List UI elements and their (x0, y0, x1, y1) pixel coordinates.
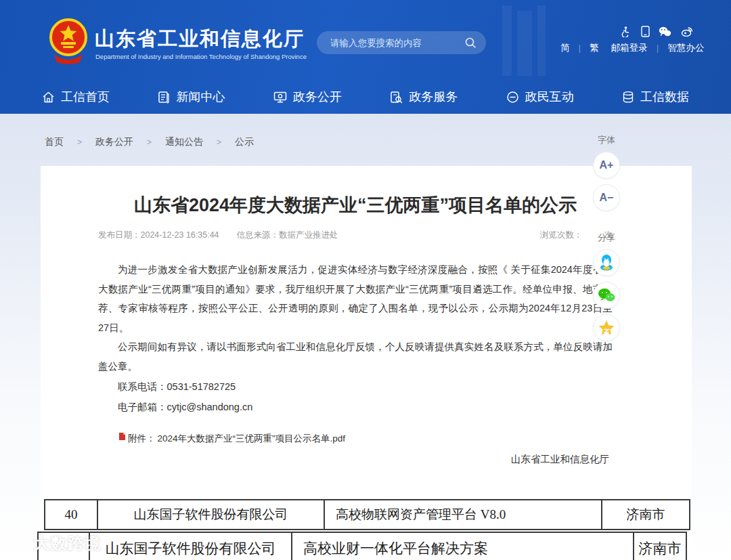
nav-label: 政务服务 (409, 89, 458, 105)
header-icon-row (620, 26, 693, 37)
nav-item-data[interactable]: 工信数据 (622, 89, 689, 105)
font-decrease-label: A− (600, 192, 614, 204)
search-input[interactable] (330, 38, 464, 48)
cell-company: 山东国子软件股份有限公司 (98, 499, 325, 530)
qq-icon (598, 254, 615, 272)
breadcrumb-separator: > (217, 137, 221, 147)
breadcrumb-separator: > (77, 137, 82, 147)
paragraph: 公示期间如有异议，请以书面形式向省工业和信息化厅反馈，个人反映请提供真实姓名及联… (98, 337, 613, 376)
font-size-label: 字体 (589, 134, 624, 146)
cell-project: 高校业财一体化平台解决方案 (292, 532, 634, 560)
attachment-name: 2024年大数据产业“三优两重”项目公示名单.pdf (158, 433, 346, 445)
main-nav: 工信首页 新闻中心 政务公开 (0, 80, 731, 114)
breadcrumb: 首页 > 政务公开 > 通知公告 > 公示 (45, 136, 254, 148)
breadcrumb-announcement[interactable]: 公示 (235, 136, 254, 148)
cell-project: 高校物联网资产管理平台 V8.0 (325, 499, 602, 530)
wechat-icon[interactable] (659, 26, 671, 37)
nav-item-home[interactable]: 工信首页 (42, 89, 110, 105)
accessibility-icon[interactable] (620, 26, 632, 37)
interaction-icon (506, 91, 519, 104)
share-qq-button[interactable] (593, 249, 620, 276)
attachment-link[interactable]: 附件：2024年大数据产业“三优两重”项目公示名单.pdf (98, 433, 613, 445)
service-icon (390, 91, 403, 104)
nav-item-gov-services[interactable]: 政务服务 (390, 89, 458, 105)
table-row: 山东国子软件股份有限公司 高校业财一体化平台解决方案 济南市 (37, 532, 687, 560)
paragraph: 为进一步激发全省大数据产业创新发展活力，促进实体经济与数字经济深度融合，按照《 … (98, 260, 613, 337)
contact-phone: 联系电话：0531-51782725 (98, 377, 613, 396)
share-wechat-button[interactable] (593, 282, 620, 309)
table-row: 40 山东国子软件股份有限公司 高校物联网资产管理平台 V8.0 济南市 (44, 499, 690, 530)
cell-city: 济南市 (634, 532, 687, 560)
national-emblem-logo (47, 18, 89, 65)
mobile-icon[interactable] (641, 26, 650, 37)
header-decor (537, 5, 546, 76)
article-meta: 发布日期：2024-12-23 16:35:44 信息来源：数据产业推进处 浏览… (98, 230, 613, 241)
info-source: 信息来源：数据产业推进处 (237, 230, 338, 241)
mailbox-login-link[interactable]: 邮箱登录 (611, 42, 648, 54)
cell-index: 40 (44, 499, 98, 530)
nav-label: 工信数据 (640, 89, 689, 105)
site-title: 山东省工业和信息化厅 (95, 26, 305, 53)
font-decrease-button[interactable]: A− (593, 184, 620, 211)
page-title: 山东省2024年度大数据产业“三优两重”项目名单的公示 (98, 190, 613, 220)
nav-item-interaction[interactable]: 政民互动 (506, 89, 574, 105)
share-qzone-button[interactable] (593, 314, 620, 341)
breadcrumb-gov-disclosure[interactable]: 政务公开 (95, 136, 133, 148)
database-icon (622, 91, 634, 104)
contact-email: 电子邮箱：cytjc@shandong.cn (98, 397, 613, 416)
font-increase-label: A+ (600, 159, 614, 171)
nav-item-gov-disclosure[interactable]: 政务公开 (273, 89, 342, 105)
watermark-logo-icon (3, 532, 32, 554)
cell-index (37, 532, 90, 560)
font-increase-button[interactable]: A+ (593, 152, 620, 179)
pdf-icon (118, 432, 126, 441)
site-subtitle: Department of Industry and Information T… (95, 53, 307, 60)
share-label: 分享 (589, 232, 624, 244)
weibo-icon[interactable] (681, 26, 693, 37)
home-icon (42, 91, 55, 104)
search-bar[interactable] (317, 31, 486, 54)
cell-city: 济南市 (602, 499, 690, 530)
lang-simplified-link[interactable]: 简 (560, 42, 570, 54)
search-icon[interactable] (464, 37, 477, 49)
article-toolbar: 字体 A+ A− 分享 (589, 134, 624, 347)
cell-company: 山东国子软件股份有限公司 (90, 532, 292, 560)
nav-label: 政务公开 (293, 89, 342, 105)
link-separator: ｜ (654, 43, 662, 54)
nav-label: 工信首页 (61, 89, 110, 105)
breadcrumb-separator: > (147, 137, 152, 147)
smart-office-link[interactable]: 智慧办公 (668, 42, 705, 54)
qzone-icon (598, 320, 615, 337)
breadcrumb-notices[interactable]: 通知公告 (165, 136, 203, 148)
news-icon (158, 91, 170, 104)
link-separator: ｜ (576, 43, 584, 54)
attachment-label: 附件： (128, 433, 156, 445)
header-decor (517, 11, 532, 76)
nav-label: 政民互动 (525, 89, 574, 105)
breadcrumb-home[interactable]: 首页 (45, 136, 64, 148)
monitor-icon (273, 91, 287, 104)
article-signoff: 山东省工业和信息化厅 (98, 453, 613, 466)
header-link-row: 简 ｜ 繁 邮箱登录 ｜ 智慧办公 (560, 42, 693, 54)
lang-traditional-link[interactable]: 繁 (590, 42, 599, 54)
view-count-label: 浏览次数： (540, 230, 583, 241)
nav-item-news[interactable]: 新闻中心 (158, 89, 225, 105)
wechat-share-icon (598, 288, 615, 303)
header-decor (502, 5, 512, 76)
publish-date: 发布日期：2024-12-23 16:35:44 (98, 230, 219, 241)
article-body: 为进一步激发全省大数据产业创新发展活力，促进实体经济与数字经济深度融合，按照《 … (98, 260, 613, 376)
nav-label: 新闻中心 (176, 89, 225, 105)
site-header: 山东省工业和信息化厅 Department of Industry and In… (0, 0, 731, 114)
